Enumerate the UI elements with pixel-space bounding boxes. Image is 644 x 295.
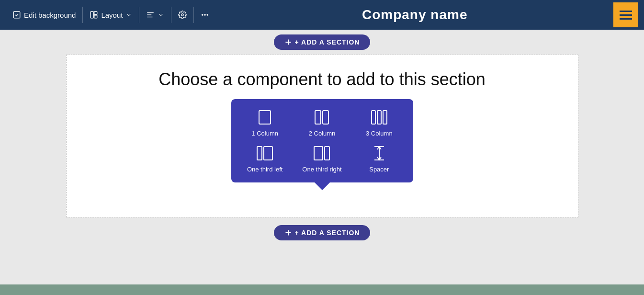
three-column-label: 3 Column bbox=[366, 130, 393, 137]
hamburger-line-2 bbox=[620, 14, 632, 16]
align-button[interactable] bbox=[139, 7, 171, 23]
spacer-icon bbox=[371, 145, 388, 162]
edit-background-icon bbox=[12, 11, 21, 19]
svg-rect-21 bbox=[377, 111, 381, 124]
edit-background-label: Edit background bbox=[24, 11, 76, 19]
toolbar: Edit background Layout bbox=[0, 0, 644, 30]
svg-rect-3 bbox=[94, 15, 97, 18]
layout-one-third-right[interactable]: One third right bbox=[296, 145, 348, 173]
one-third-left-label: One third left bbox=[247, 166, 282, 173]
layout-one-third-left[interactable]: One third left bbox=[239, 145, 291, 173]
add-section-bottom: + ADD A SECTION bbox=[274, 225, 371, 240]
one-third-left-icon bbox=[256, 145, 273, 162]
ellipsis-icon bbox=[201, 11, 209, 19]
plus-icon-top bbox=[284, 38, 292, 46]
add-section-top-button[interactable]: + ADD A SECTION bbox=[274, 34, 371, 50]
layout-popup: 1 Column 2 Column bbox=[231, 99, 413, 182]
align-chevron-icon bbox=[158, 11, 164, 18]
svg-rect-2 bbox=[94, 11, 97, 14]
layout-1col[interactable]: 1 Column bbox=[239, 109, 291, 137]
svg-point-10 bbox=[207, 14, 208, 15]
plus-icon-bottom bbox=[284, 229, 292, 237]
add-section-bottom-button[interactable]: + ADD A SECTION bbox=[274, 225, 371, 240]
components-row: T Text Button bbox=[232, 104, 413, 150]
svg-rect-0 bbox=[13, 11, 20, 18]
chevron-down-icon bbox=[125, 11, 132, 18]
one-column-icon bbox=[256, 109, 273, 126]
svg-rect-1 bbox=[91, 11, 94, 18]
gear-icon bbox=[178, 11, 187, 19]
hamburger-button[interactable] bbox=[613, 2, 638, 27]
section-title: Choose a component to add to this sectio… bbox=[158, 69, 485, 90]
svg-rect-22 bbox=[383, 111, 387, 124]
svg-point-8 bbox=[202, 14, 203, 15]
hamburger-line-1 bbox=[620, 11, 632, 12]
two-column-label: 2 Column bbox=[309, 130, 336, 137]
one-third-right-label: One third right bbox=[302, 166, 341, 173]
add-section-top-label: + ADD A SECTION bbox=[295, 38, 360, 46]
settings-button[interactable] bbox=[171, 7, 194, 23]
svg-rect-23 bbox=[257, 147, 262, 160]
layout-icon bbox=[90, 11, 98, 19]
hamburger-line-3 bbox=[620, 18, 632, 20]
spacer-label: Spacer bbox=[369, 166, 389, 173]
svg-point-7 bbox=[181, 14, 184, 16]
add-section-bottom-label: + ADD A SECTION bbox=[295, 229, 360, 237]
three-column-icon bbox=[371, 109, 388, 126]
section-box: Choose a component to add to this sectio… bbox=[66, 55, 578, 217]
two-column-icon bbox=[313, 109, 330, 126]
svg-rect-20 bbox=[372, 111, 375, 124]
edit-background-button[interactable]: Edit background bbox=[6, 7, 83, 23]
main-area: + ADD A SECTION Choose a component to ad… bbox=[0, 30, 644, 295]
company-name: Company name bbox=[362, 7, 468, 23]
layout-label: Layout bbox=[101, 11, 123, 19]
svg-point-9 bbox=[204, 14, 205, 15]
one-column-label: 1 Column bbox=[251, 130, 278, 137]
bottom-bar bbox=[0, 284, 644, 295]
svg-rect-24 bbox=[264, 147, 272, 160]
svg-rect-25 bbox=[314, 147, 323, 160]
svg-rect-26 bbox=[325, 147, 329, 160]
layout-button[interactable]: Layout bbox=[83, 7, 139, 23]
svg-rect-18 bbox=[315, 111, 321, 124]
one-third-right-icon bbox=[313, 145, 330, 162]
layout-spacer[interactable]: Spacer bbox=[353, 145, 405, 173]
add-section-top: + ADD A SECTION bbox=[274, 34, 371, 50]
align-icon bbox=[146, 11, 155, 19]
layout-2col[interactable]: 2 Column bbox=[296, 109, 348, 137]
more-options-button[interactable] bbox=[194, 7, 216, 23]
svg-rect-19 bbox=[323, 111, 328, 124]
toolbar-left: Edit background Layout bbox=[6, 7, 216, 23]
svg-rect-17 bbox=[259, 111, 271, 124]
layout-3col[interactable]: 3 Column bbox=[353, 109, 405, 137]
toolbar-center: Company name bbox=[216, 7, 613, 23]
